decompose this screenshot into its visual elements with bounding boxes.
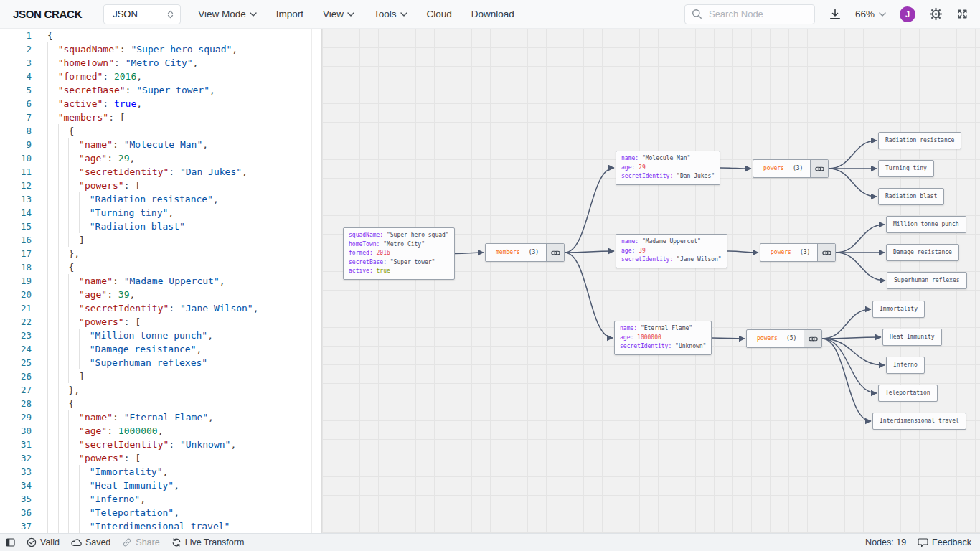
indent-guide bbox=[47, 165, 58, 179]
indent-guide bbox=[58, 233, 69, 247]
download-image-button[interactable] bbox=[829, 8, 842, 21]
menu-cloud-label: Cloud bbox=[427, 9, 452, 19]
indent-guide bbox=[47, 274, 58, 288]
indent-guide bbox=[68, 220, 79, 233]
line-code: "Heat Immunity", bbox=[32, 479, 321, 492]
graph-node-l1a[interactable]: Radiation resistance bbox=[878, 132, 961, 149]
indent-guide bbox=[58, 479, 69, 492]
menu-import[interactable]: Import bbox=[276, 9, 303, 19]
graph-node-p1[interactable]: powers(3) bbox=[753, 159, 829, 178]
menu-view-mode[interactable]: View Mode bbox=[198, 9, 257, 19]
line-code: "squadName": "Super hero squad", bbox=[32, 42, 321, 56]
line-number: 11 bbox=[0, 165, 32, 179]
line-number: 18 bbox=[0, 260, 32, 274]
graph-node-l1b[interactable]: Turning tiny bbox=[878, 160, 934, 177]
graph-node-members[interactable]: members(3) bbox=[485, 243, 565, 262]
line-number: 23 bbox=[0, 329, 32, 342]
node-row: age: 29 bbox=[621, 164, 715, 173]
editor-line: 15"Radiation blast" bbox=[0, 220, 321, 233]
toggle-editor-panel-button[interactable] bbox=[6, 538, 15, 547]
line-number: 10 bbox=[0, 151, 32, 165]
indent-guide bbox=[68, 288, 79, 301]
menu-tools[interactable]: Tools bbox=[374, 9, 407, 19]
json-editor[interactable]: 1{2"squadName": "Super hero squad",3"hom… bbox=[0, 29, 321, 533]
node-row: formed: 2016 bbox=[349, 249, 449, 258]
array-node-count: (3) bbox=[520, 244, 546, 261]
graph-canvas[interactable]: squadName: "Super hero squad"homeTown: "… bbox=[321, 29, 980, 533]
graph-node-l2a[interactable]: Million tonne punch bbox=[886, 216, 966, 233]
editor-line: 3"homeTown": "Metro City", bbox=[0, 56, 321, 70]
graph-node-l3e[interactable]: Interdimensional travel bbox=[872, 413, 966, 430]
graph-node-l3b[interactable]: Heat Immunity bbox=[882, 329, 942, 346]
editor-line: 18{ bbox=[0, 260, 321, 274]
graph-node-l2b[interactable]: Damage resistance bbox=[886, 244, 959, 261]
graph-nodes-layer: squadName: "Super hero squad"homeTown: "… bbox=[322, 29, 980, 533]
live-transform-toggle[interactable]: Live Transform bbox=[171, 537, 245, 547]
line-code: "name": "Madame Uppercut", bbox=[32, 274, 321, 288]
feedback-button[interactable]: Feedback bbox=[918, 537, 971, 547]
leaf-node-text: Heat Immunity bbox=[890, 334, 935, 340]
settings-gear-button[interactable] bbox=[929, 7, 943, 21]
status-bar: Valid Saved Share Live Transform Nodes: … bbox=[0, 533, 980, 551]
menu-view[interactable]: View bbox=[323, 9, 354, 19]
search-node-box[interactable] bbox=[684, 4, 815, 24]
line-number: 13 bbox=[0, 192, 32, 206]
graph-node-l1c[interactable]: Radiation blast bbox=[878, 188, 944, 205]
line-code: "powers": [ bbox=[32, 179, 321, 192]
editor-line: 9"name": "Molecule Man", bbox=[0, 138, 321, 151]
indent-guide bbox=[47, 329, 58, 342]
format-select-value: JSON bbox=[113, 9, 138, 19]
editor-line: 37"Interdimensional travel" bbox=[0, 519, 321, 533]
line-code: "secretBase": "Super tower", bbox=[32, 83, 321, 97]
indent-guide bbox=[58, 247, 69, 260]
chevron-down-icon bbox=[347, 12, 354, 17]
line-number: 22 bbox=[0, 315, 32, 329]
graph-node-root[interactable]: squadName: "Super hero squad"homeTown: "… bbox=[343, 227, 455, 280]
expand-link-icon[interactable] bbox=[817, 244, 835, 261]
line-code: "homeTown": "Metro City", bbox=[32, 56, 321, 70]
indent-guide bbox=[58, 369, 69, 383]
share-button[interactable]: Share bbox=[122, 537, 159, 547]
line-code: "secretIdentity": "Dan Jukes", bbox=[32, 165, 321, 179]
refresh-icon bbox=[171, 537, 182, 547]
expand-link-icon[interactable] bbox=[546, 244, 564, 261]
indent-guide bbox=[47, 383, 58, 397]
editor-scrollbar[interactable] bbox=[311, 29, 312, 533]
graph-node-l2c[interactable]: Superhuman reflexes bbox=[887, 272, 967, 289]
saved-status[interactable]: Saved bbox=[71, 537, 110, 547]
search-node-input[interactable] bbox=[707, 8, 808, 20]
graph-node-p2[interactable]: powers(3) bbox=[760, 243, 836, 262]
graph-node-p3[interactable]: powers(5) bbox=[746, 329, 822, 348]
graph-node-l3a[interactable]: Immortality bbox=[872, 301, 925, 318]
graph-node-l3d[interactable]: Teleportation bbox=[878, 385, 938, 402]
expand-link-icon[interactable] bbox=[810, 160, 828, 177]
avatar-initial: J bbox=[905, 10, 910, 19]
format-select[interactable]: JSON bbox=[103, 4, 181, 24]
editor-line: 2"squadName": "Super hero squad", bbox=[0, 42, 321, 56]
menu-cloud[interactable]: Cloud bbox=[427, 9, 452, 19]
indent-guide bbox=[58, 356, 69, 369]
indent-guide bbox=[68, 274, 79, 288]
graph-node-m1[interactable]: name: "Molecule Man"age: 29secretIdentit… bbox=[616, 151, 720, 185]
graph-node-m2[interactable]: name: "Madame Uppercut"age: 39secretIden… bbox=[616, 234, 727, 268]
fullscreen-button[interactable] bbox=[956, 8, 969, 20]
array-node-count: (3) bbox=[791, 244, 817, 261]
menu-download[interactable]: Download bbox=[471, 9, 514, 19]
indent-guide bbox=[58, 288, 69, 301]
expand-link-icon[interactable] bbox=[804, 330, 821, 347]
editor-line: 24"Damage resistance", bbox=[0, 342, 321, 356]
indent-guide bbox=[68, 192, 79, 206]
line-number: 24 bbox=[0, 342, 32, 356]
user-avatar[interactable]: J bbox=[900, 6, 915, 22]
graph-node-m3[interactable]: name: "Eternal Flame"age: 1000000secretI… bbox=[614, 321, 712, 355]
line-number: 4 bbox=[0, 70, 32, 83]
indent-guide bbox=[58, 124, 69, 138]
indent-guide bbox=[47, 124, 58, 138]
editor-line: 22"powers": [ bbox=[0, 315, 321, 329]
app-logo: JSON CRACK bbox=[13, 8, 82, 20]
editor-line: 16] bbox=[0, 233, 321, 247]
graph-node-l3c[interactable]: Inferno bbox=[886, 357, 925, 374]
indent-guide bbox=[47, 519, 58, 533]
zoom-control[interactable]: 66% bbox=[855, 9, 886, 19]
indent-guide bbox=[68, 465, 79, 479]
